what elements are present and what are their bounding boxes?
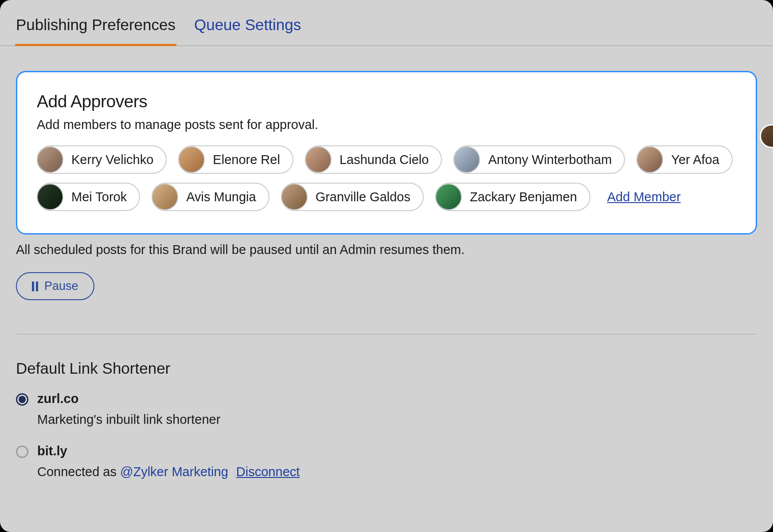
approver-chip[interactable]: Kerry Velichko bbox=[37, 145, 167, 174]
avatar bbox=[178, 146, 205, 173]
radio-body: bit.ly Connected as @Zylker Marketing Di… bbox=[37, 444, 300, 479]
radio-input[interactable] bbox=[16, 446, 28, 458]
approver-chip[interactable]: Antony Winterbotham bbox=[453, 145, 625, 174]
approver-name: Granville Galdos bbox=[316, 190, 410, 204]
pause-button-label: Pause bbox=[44, 279, 78, 293]
tabs-bar: Publishing Preferences Queue Settings bbox=[0, 0, 773, 46]
section-divider bbox=[16, 334, 757, 335]
option-desc: Connected as @Zylker Marketing Disconnec… bbox=[37, 465, 300, 479]
approver-name: Mei Torok bbox=[71, 190, 127, 204]
add-approvers-card: Add Approvers Add members to manage post… bbox=[16, 71, 757, 235]
option-name: zurl.co bbox=[37, 391, 220, 406]
add-approvers-title: Add Approvers bbox=[37, 92, 736, 111]
option-desc: Marketing's inbuilt link shortener bbox=[37, 412, 220, 427]
approver-name: Lashunda Cielo bbox=[340, 153, 429, 167]
approver-chip[interactable]: Yer Afoa bbox=[636, 145, 733, 174]
radio-body: zurl.co Marketing's inbuilt link shorten… bbox=[37, 391, 220, 427]
approver-name: Avis Mungia bbox=[186, 190, 256, 204]
connected-prefix: Connected as bbox=[37, 465, 120, 479]
approver-name: Kerry Velichko bbox=[71, 153, 153, 167]
tab-queue-settings[interactable]: Queue Settings bbox=[194, 16, 301, 45]
approver-chip[interactable]: Mei Torok bbox=[37, 183, 140, 211]
avatar bbox=[152, 184, 178, 210]
approver-chip[interactable]: Elenore Rel bbox=[178, 145, 293, 174]
radio-input[interactable] bbox=[16, 393, 28, 406]
floating-avatar[interactable] bbox=[760, 124, 773, 148]
avatar bbox=[636, 146, 663, 173]
approver-chip[interactable]: Lashunda Cielo bbox=[305, 145, 442, 174]
approver-chip[interactable]: Avis Mungia bbox=[152, 183, 269, 211]
disconnect-link[interactable]: Disconnect bbox=[236, 465, 300, 479]
avatar bbox=[281, 184, 308, 210]
link-shortener-option-bitly[interactable]: bit.ly Connected as @Zylker Marketing Di… bbox=[16, 444, 757, 479]
approver-name: Elenore Rel bbox=[213, 153, 280, 167]
add-approvers-subtitle: Add members to manage posts sent for app… bbox=[37, 117, 736, 132]
approver-chip[interactable]: Zackary Benjamen bbox=[435, 183, 590, 211]
approver-chip[interactable]: Granville Galdos bbox=[281, 183, 424, 211]
avatar bbox=[305, 146, 332, 173]
pause-icon bbox=[32, 282, 38, 291]
connected-handle: @Zylker Marketing bbox=[120, 465, 228, 479]
pause-button[interactable]: Pause bbox=[16, 272, 94, 300]
settings-panel: Publishing Preferences Queue Settings Ad… bbox=[0, 0, 773, 532]
pause-info-text: All scheduled posts for this Brand will … bbox=[16, 243, 757, 257]
approver-name: Antony Winterbotham bbox=[488, 153, 612, 167]
link-shortener-options: zurl.co Marketing's inbuilt link shorten… bbox=[16, 391, 757, 479]
avatar bbox=[37, 184, 63, 210]
avatar bbox=[435, 184, 462, 210]
link-shortener-option-zurl[interactable]: zurl.co Marketing's inbuilt link shorten… bbox=[16, 391, 757, 427]
approver-name: Zackary Benjamen bbox=[470, 190, 577, 204]
tab-publishing-preferences[interactable]: Publishing Preferences bbox=[16, 16, 176, 45]
option-name: bit.ly bbox=[37, 444, 300, 458]
link-shortener-title: Default Link Shortener bbox=[16, 360, 757, 377]
avatar bbox=[453, 146, 480, 173]
avatar bbox=[37, 146, 63, 173]
add-member-link[interactable]: Add Member bbox=[607, 190, 681, 204]
approvers-list: Kerry Velichko Elenore Rel Lashunda Ciel… bbox=[37, 145, 736, 211]
approver-name: Yer Afoa bbox=[671, 153, 719, 167]
